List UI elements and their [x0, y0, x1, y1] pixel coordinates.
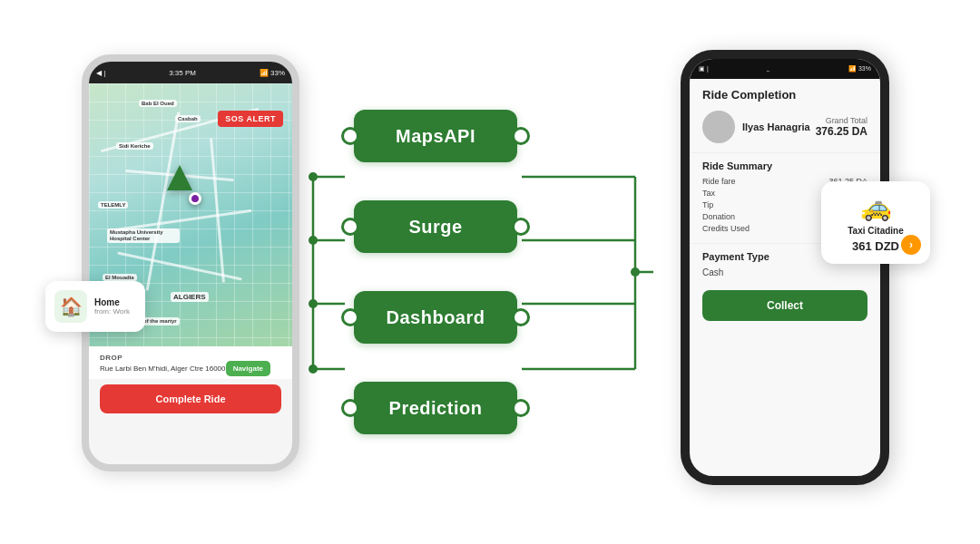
status-time: 3:35 PM: [169, 69, 196, 77]
rider-name: Ilyas Hanagria: [742, 121, 810, 132]
payment-type-value: Cash: [702, 267, 867, 277]
avatar: [702, 111, 735, 143]
rider-left: Ilyas Hanagria: [702, 111, 810, 143]
tip-label: Tip: [702, 200, 713, 209]
right-phone: ▣ | 3:36 PM 📶 33% Ride Completion Ilyas …: [681, 50, 889, 485]
notch-bump: [762, 59, 808, 72]
credits-label: Credits Used: [702, 224, 750, 233]
rider-row: Ilyas Hanagria Grand Total 376.25 DA: [690, 107, 880, 153]
grand-total-amount: 376.25 DA: [816, 125, 867, 138]
taxi-card[interactable]: 🚕 Taxi Citadine 361 DZD ›: [821, 181, 930, 264]
map-label-casbah: Casbah: [175, 115, 201, 122]
complete-ride-button[interactable]: Complete Ride: [100, 384, 281, 413]
map-label-hospital: Mustapha University Hospital Center: [107, 228, 180, 243]
taxi-name: Taxi Citadine: [830, 226, 921, 236]
home-card-title: Home: [94, 297, 130, 307]
map-label-mouadia: El Mouadia: [103, 274, 137, 281]
sos-alert-badge[interactable]: SOS ALERT: [218, 111, 283, 127]
status-left: ◀ |: [96, 69, 105, 77]
left-phone-status-bar: ◀ | 3:35 PM 📶 33%: [89, 62, 292, 83]
node-dashboard: Dashboard: [354, 291, 517, 344]
home-icon: 🏠: [54, 290, 87, 323]
home-card-subtitle: from: Work: [94, 307, 130, 316]
status-right: 📶 33%: [260, 69, 285, 77]
grand-total-label: Grand Total: [816, 116, 867, 125]
middle-nodes: MapsAPI Surge Dashboard Prediction: [345, 91, 526, 453]
map-pin-location: [189, 192, 201, 205]
node-prediction: Prediction: [354, 382, 517, 434]
ride-completion-title: Ride Completion: [690, 79, 880, 107]
svg-point-8: [309, 364, 318, 374]
node-surge: Surge: [354, 200, 517, 253]
taxi-car-icon: 🚕: [830, 192, 921, 222]
navigate-button[interactable]: Navigate: [226, 361, 270, 376]
svg-point-6: [309, 236, 318, 245]
node-mapsapi: MapsAPI: [354, 110, 517, 162]
taxi-arrow-button[interactable]: ›: [901, 235, 921, 255]
map-label-sidi: Sidi Keriche: [116, 142, 153, 150]
fare-label: Ride fare: [702, 177, 736, 186]
tax-label: Tax: [702, 189, 715, 198]
r-status-right: 📶 33%: [848, 65, 871, 73]
left-phone: ◀ | 3:35 PM 📶 33% Bab El Oued Casbah Sid…: [82, 54, 299, 471]
svg-point-14: [631, 267, 640, 277]
drop-section: DROP Rue Larbi Ben M'hidi, Alger Ctre 16…: [89, 346, 292, 379]
map-label-bab: Bab El Oued: [139, 100, 177, 107]
map-label-telemly: TELEMLY: [98, 201, 128, 209]
map-label-algiers: ALGIERS: [171, 292, 209, 302]
rider-total: Grand Total 376.25 DA: [816, 116, 867, 138]
home-card[interactable]: 🏠 Home from: Work: [45, 281, 145, 332]
r-status-left: ▣ |: [699, 65, 709, 73]
donation-label: Donation: [702, 212, 735, 221]
map-pin-green: [167, 165, 192, 190]
svg-point-5: [309, 172, 318, 181]
ride-summary-title: Ride Summary: [702, 160, 867, 171]
svg-point-7: [309, 299, 318, 308]
collect-button[interactable]: Collect: [702, 290, 867, 321]
home-card-text: Home from: Work: [94, 297, 130, 316]
